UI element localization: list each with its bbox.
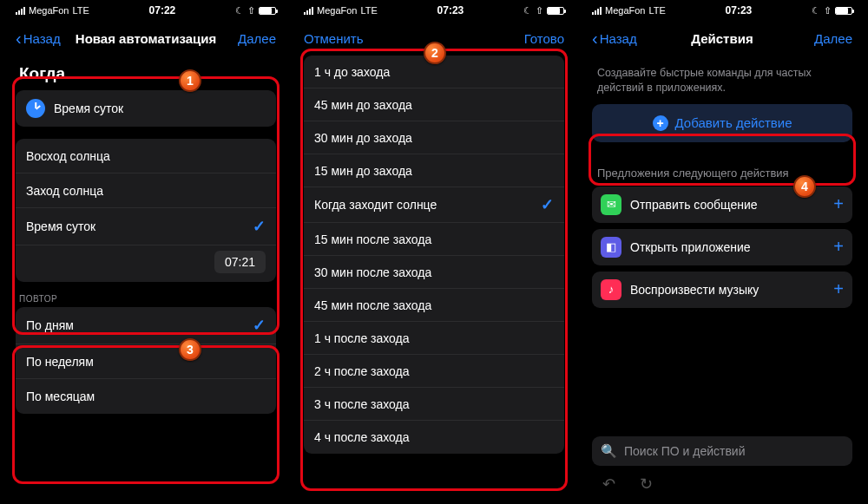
next-button[interactable]: Далее <box>814 31 852 46</box>
card-repeat: По дням✓ По неделям По месяцам <box>16 307 276 414</box>
battery-icon <box>547 7 564 15</box>
network: LTE <box>72 5 89 16</box>
step-badge: 4 <box>793 175 816 198</box>
navbar: ‹Назад Новая автоматизация Далее <box>7 21 285 56</box>
picker-row[interactable]: 4 ч после захода <box>304 421 564 454</box>
carrier: MegaFon <box>317 5 357 16</box>
done-button[interactable]: Готово <box>524 31 564 46</box>
picker-row[interactable]: 45 мин после захода <box>304 289 564 322</box>
row-sunset[interactable]: Заход солнца <box>16 173 276 208</box>
signal-icon <box>304 7 313 15</box>
signal-icon <box>16 7 25 15</box>
dnd-icon: ☾ <box>235 5 244 16</box>
step-badge: 3 <box>179 338 201 361</box>
network: LTE <box>360 5 377 16</box>
screen-sunset-picker: MegaFon LTE 07:23 ☾ ⇧ Отменить Готово 1 … <box>295 0 573 504</box>
section-repeat: ПОВТОР <box>19 294 273 304</box>
suggestions-list: ✉Отправить сообщение + ◧Открыть приложен… <box>592 187 852 308</box>
picker-row[interactable]: 15 мин после захода <box>304 223 564 256</box>
plus-icon: + <box>833 194 844 214</box>
suggestion-open-app[interactable]: ◧Открыть приложение + <box>592 229 852 265</box>
sunset-offset-list: 1 ч до захода45 мин до захода30 мин до з… <box>304 56 564 454</box>
picker-row[interactable]: 2 ч после захода <box>304 355 564 388</box>
picker-row[interactable]: 30 мин после захода <box>304 256 564 289</box>
chevron-left-icon: ‹ <box>592 29 598 47</box>
dnd-icon: ☾ <box>523 5 532 16</box>
bottom-toolbar: ↶ ↻ <box>583 469 861 499</box>
status-bar: MegaFon LTE 07:23 ☾ ⇧ <box>583 0 861 21</box>
location-icon: ⇧ <box>536 5 543 16</box>
row-daily[interactable]: По дням✓ <box>16 307 276 344</box>
row-weekly[interactable]: По неделям <box>16 344 276 379</box>
plus-icon: + <box>833 279 844 299</box>
step-badge: 1 <box>179 69 201 92</box>
row-time-of-day[interactable]: Время суток✓ <box>16 208 276 245</box>
status-bar: MegaFon LTE 07:22 ☾ ⇧ <box>7 0 285 21</box>
messages-icon: ✉ <box>601 194 621 215</box>
plus-circle-icon: + <box>653 115 668 131</box>
status-time: 07:23 <box>726 4 753 16</box>
card-time-options: Восход солнца Заход солнца Время суток✓ … <box>16 139 276 282</box>
music-icon: ♪ <box>601 279 621 300</box>
undo-button[interactable]: ↶ <box>602 475 615 494</box>
carrier: MegaFon <box>29 5 69 16</box>
check-icon: ✓ <box>253 217 266 236</box>
navbar: ‹Назад Действия Далее <box>583 21 861 56</box>
status-time: 07:23 <box>437 4 464 16</box>
help-text: Создавайте быстрые команды для частых де… <box>597 66 847 95</box>
row-time-of-day-header: Время суток <box>16 90 276 127</box>
suggestion-play-music[interactable]: ♪Воспроизвести музыку + <box>592 272 852 308</box>
status-bar: MegaFon LTE 07:23 ☾ ⇧ <box>295 0 573 21</box>
card-time-of-day: Время суток <box>16 90 276 127</box>
network: LTE <box>648 5 665 16</box>
nav-title: Действия <box>691 31 753 46</box>
battery-icon <box>259 7 276 15</box>
signal-icon <box>592 7 602 15</box>
search-input[interactable]: 🔍 Поиск ПО и действий <box>592 436 852 466</box>
picker-row[interactable]: 45 мин до захода <box>304 88 564 121</box>
nav-title: Новая автоматизация <box>76 31 216 46</box>
dnd-icon: ☾ <box>812 5 820 16</box>
row-monthly[interactable]: По месяцам <box>16 379 276 414</box>
open-app-icon: ◧ <box>601 237 621 258</box>
plus-icon: + <box>833 237 844 257</box>
next-button[interactable]: Далее <box>238 31 276 46</box>
row-sunrise[interactable]: Восход солнца <box>16 139 276 173</box>
check-icon: ✓ <box>253 316 266 335</box>
battery-icon <box>835 7 852 15</box>
status-time: 07:22 <box>149 4 176 16</box>
location-icon: ⇧ <box>824 5 832 16</box>
clock-icon <box>26 99 45 118</box>
chevron-left-icon: ‹ <box>16 29 22 47</box>
back-button[interactable]: ‹Назад <box>16 29 61 47</box>
add-action-button[interactable]: + Добавить действие <box>592 104 852 142</box>
screen-new-automation: MegaFon LTE 07:22 ☾ ⇧ ‹Назад Новая автом… <box>7 0 285 504</box>
check-icon: ✓ <box>541 195 554 214</box>
picker-row[interactable]: 3 ч после захода <box>304 388 564 421</box>
carrier: MegaFon <box>605 5 645 16</box>
picker-row[interactable]: Когда заходит солнце✓ <box>304 187 564 223</box>
section-when: Когда <box>19 64 273 83</box>
search-icon: 🔍 <box>601 443 617 459</box>
location-icon: ⇧ <box>247 5 255 16</box>
picker-row[interactable]: 1 ч после захода <box>304 322 564 355</box>
picker-row[interactable]: 30 мин до захода <box>304 121 564 154</box>
step-badge: 2 <box>424 42 446 64</box>
cancel-button[interactable]: Отменить <box>304 31 364 46</box>
time-picker[interactable]: 07:21 <box>214 251 266 273</box>
picker-row[interactable]: 15 мин до захода <box>304 154 564 187</box>
redo-button[interactable]: ↻ <box>640 475 653 494</box>
screen-actions: MegaFon LTE 07:23 ☾ ⇧ ‹Назад Действия Да… <box>583 0 861 504</box>
back-button[interactable]: ‹Назад <box>592 29 637 47</box>
